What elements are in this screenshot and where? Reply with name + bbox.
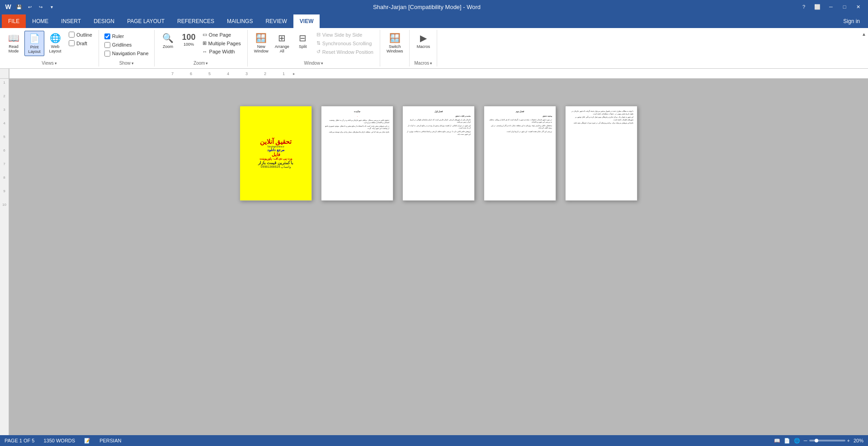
one-page-button[interactable]: ▭ One Page	[200, 31, 244, 38]
main-area: 1 2 3 4 5 6 7 8 9 10 تحقیق آنلاین Tahghi…	[0, 79, 868, 435]
navigation-pane-checkbox[interactable]	[104, 51, 110, 57]
read-mode-button[interactable]: 📖 ReadMode	[4, 31, 24, 55]
switch-windows-buttons: 🪟 SwitchWindows	[384, 31, 406, 64]
close-button[interactable]: ✕	[852, 0, 864, 13]
reset-window-icon: ↺	[316, 49, 321, 55]
outline-button[interactable]: Outline	[66, 31, 95, 38]
new-window-button[interactable]: 🪟 NewWindow	[251, 31, 271, 55]
tab-design[interactable]: DESIGN	[87, 14, 121, 28]
views-small-buttons: Outline Draft	[66, 31, 95, 47]
web-layout-button[interactable]: 🌐 WebLayout	[45, 31, 65, 55]
view-mode-read[interactable]: 📖	[774, 438, 780, 444]
zoom-track	[809, 440, 845, 441]
group-zoom: 🔍 Zoom 100 100% ▭ One Page ⊞ Multiple Pa…	[155, 30, 248, 66]
ribbon-display-button[interactable]: ⬜	[811, 0, 824, 13]
page-2: چکیده ـ تحقیق حاضر به بررسی مسائل مختلف …	[321, 106, 393, 201]
title-bar: W 💾 ↩ ↪ ▾ Shahr-Jarjan [Compatibility Mo…	[0, 0, 868, 14]
arrange-all-button[interactable]: ⊞ ArrangeAll	[272, 31, 292, 55]
title-bar-title: Shahr-Jarjan [Compatibility Mode] - Word	[56, 4, 797, 10]
zoom-button[interactable]: 🔍 Zoom	[158, 31, 178, 51]
draft-checkbox[interactable]	[69, 40, 75, 46]
page5-paragraph3: نتایج این پژوهش می‌تواند برای برنامه‌ریز…	[569, 122, 633, 124]
page3-header: فصل اول	[406, 110, 471, 113]
print-layout-icon: 📄	[29, 33, 40, 44]
page3-paragraph1: مقدمه و کلیات تحقیق	[406, 115, 471, 118]
vertical-ruler: 1 2 3 4 5 6 7 8 9 10	[0, 79, 9, 435]
page-3: فصل اول مقدمه و کلیات تحقیق جارجان یکی ا…	[402, 106, 475, 201]
split-button[interactable]: ⊟ Split	[293, 31, 313, 51]
page2-paragraph1: تحقیق حاضر به بررسی مسائل مختلف شهر جارج…	[325, 119, 389, 124]
page-width-button[interactable]: ↔ Page Width	[200, 48, 244, 55]
zoom-in-button[interactable]: +	[847, 438, 850, 443]
collapse-ribbon-button[interactable]: ▲	[860, 30, 868, 66]
ribbon-tabs: FILE HOME INSERT DESIGN PAGE LAYOUT REFE…	[0, 14, 868, 28]
reset-window-position-button[interactable]: ↺ Reset Window Position	[314, 48, 376, 56]
status-bar: PAGE 1 OF 5 1350 WORDS 📝 PERSIAN 📖 📄 🌐 ─…	[0, 435, 868, 446]
ruler-checkbox-item[interactable]: Ruler	[103, 33, 126, 40]
zoom-label-arrow[interactable]: ▾	[206, 61, 208, 66]
show-buttons: Ruler Gridlines Navigation Pane	[103, 31, 151, 59]
gridlines-checkbox-item[interactable]: Gridlines	[103, 41, 133, 49]
tab-file[interactable]: FILE	[2, 14, 26, 28]
tab-insert[interactable]: INSERT	[55, 14, 87, 28]
horizontal-ruler: 7 6 5 4 3 2 1 ▸	[9, 69, 868, 78]
page-5: با توجه به مطالب مطرح شده در فصول پیشین …	[565, 106, 637, 201]
tab-references[interactable]: REFERENCES	[171, 14, 221, 28]
page2-content: چکیده ـ تحقیق حاضر به بررسی مسائل مختلف …	[321, 106, 393, 137]
zoom-100-button[interactable]: 100 100%	[179, 31, 199, 48]
page4-paragraph2: در مورد شهر جارجان تحقیقات متعددی صورت گ…	[488, 119, 552, 123]
zoom-100-icon: 100	[182, 33, 196, 42]
page2-header: چکیده	[325, 110, 389, 113]
document-area[interactable]: تحقیق آنلاین Tahghighonline.ir مرجع دانل…	[9, 79, 868, 435]
tab-view[interactable]: VIEW	[293, 14, 320, 28]
view-side-by-side-button[interactable]: ⊟ View Side by Side	[314, 31, 376, 38]
ruler-corner	[0, 69, 9, 78]
print-layout-button[interactable]: 📄 PrintLayout	[24, 31, 44, 56]
maximize-button[interactable]: □	[838, 0, 851, 13]
page-4: فصل دوم پیشینه تحقیق در مورد شهر جارجان …	[484, 106, 556, 201]
zoom-percent: 20%	[854, 438, 863, 443]
customize-qat-button[interactable]: ▾	[47, 2, 56, 11]
macros-icon: ▶	[420, 33, 427, 43]
synchronous-scrolling-button[interactable]: ⇅ Synchronous Scrolling	[314, 39, 376, 47]
page1-ad-ref: مرجع دانلود	[267, 148, 284, 152]
window-label-arrow[interactable]: ▾	[321, 61, 323, 66]
outline-checkbox[interactable]	[69, 32, 75, 38]
show-label-arrow[interactable]: ▾	[132, 61, 134, 66]
tab-mailings[interactable]: MAILINGS	[221, 14, 259, 28]
macros-label-arrow[interactable]: ▾	[430, 61, 432, 66]
page1-content: تحقیق آنلاین Tahghighonline.ir مرجع دانل…	[240, 106, 311, 200]
page1-ad-file: فایل	[272, 152, 280, 157]
show-label: Show ▾	[119, 59, 134, 66]
page-width-icon: ↔	[203, 49, 208, 54]
gridlines-checkbox[interactable]	[104, 42, 110, 48]
switch-windows-button[interactable]: 🪟 SwitchWindows	[384, 31, 406, 55]
multiple-pages-button[interactable]: ⊞ Multiple Pages	[200, 39, 244, 47]
navigation-pane-checkbox-item[interactable]: Navigation Pane	[103, 50, 151, 57]
group-window: 🪟 NewWindow ⊞ ArrangeAll ⊟ Split ⊟ View …	[248, 30, 380, 66]
ribbon-content: 📖 ReadMode 📄 PrintLayout 🌐 WebLayout Out…	[0, 28, 868, 69]
ruler-area: 7 6 5 4 3 2 1 ▸	[0, 69, 868, 79]
save-qat-button[interactable]: 💾	[14, 2, 24, 11]
signin-button[interactable]: Sign in	[837, 14, 866, 28]
views-label-arrow[interactable]: ▾	[55, 61, 57, 66]
view-side-by-side-icon: ⊟	[316, 32, 321, 38]
minimize-button[interactable]: ─	[825, 0, 837, 13]
multiple-pages-icon: ⊞	[203, 40, 207, 46]
view-mode-print[interactable]: 📄	[784, 438, 790, 444]
zoom-slider[interactable]: ─ +	[804, 438, 850, 443]
word-count: 1350 WORDS	[43, 438, 75, 443]
draft-button[interactable]: Draft	[66, 39, 95, 47]
arrange-all-icon: ⊞	[278, 33, 286, 43]
macros-button[interactable]: ▶ Macros	[413, 31, 433, 51]
redo-qat-button[interactable]: ↪	[36, 2, 45, 11]
zoom-out-button[interactable]: ─	[804, 438, 807, 443]
help-button[interactable]: ?	[797, 0, 810, 13]
view-mode-web[interactable]: 🌐	[794, 438, 800, 444]
ruler-checkbox[interactable]	[104, 33, 110, 39]
tab-review[interactable]: REVIEW	[259, 14, 293, 28]
tab-home[interactable]: HOME	[26, 14, 55, 28]
undo-qat-button[interactable]: ↩	[25, 2, 34, 11]
tab-page-layout[interactable]: PAGE LAYOUT	[121, 14, 171, 28]
title-bar-right: ? ⬜ ─ □ ✕	[797, 0, 864, 13]
